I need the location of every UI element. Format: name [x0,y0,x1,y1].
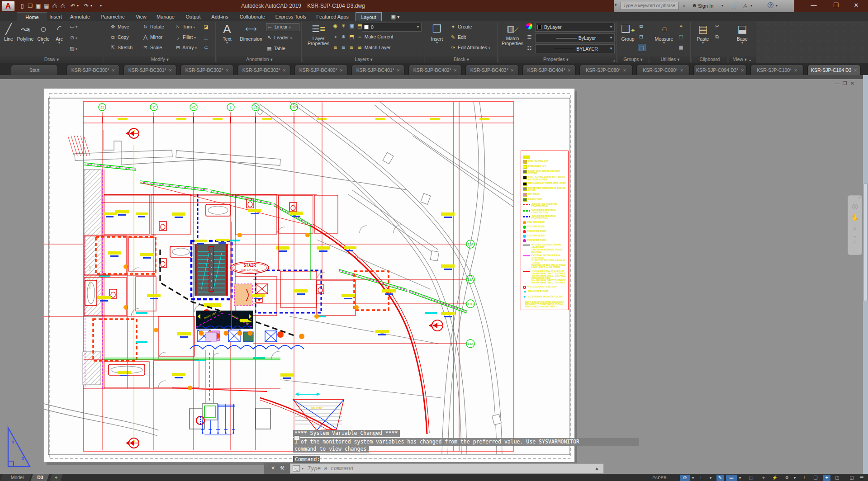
drawing-area[interactable]: J1KK1LL1M11A13A13B14ASTAIRKSR-SJP-CXXXES… [0,75,868,474]
command-dock-handle[interactable]: ⁞⁞ ✕ ⚒ [264,463,290,474]
explode-icon[interactable]: ⬚ [203,34,209,40]
minimize-button[interactable]: — [807,2,821,9]
panel-title-draw[interactable]: Draw ▾ [0,55,103,63]
undo-drop-icon[interactable]: ▾ [76,2,80,9]
status-filter-icon[interactable]: ✦ [823,475,830,481]
leader-icon[interactable]: ↖ [266,34,273,41]
group-button[interactable]: ❑✦Group [619,22,637,42]
sign-in-button[interactable]: Sign In [698,3,713,9]
rectangle-icon[interactable]: ▭ [69,23,76,29]
trim-icon[interactable]: ✁ [175,24,181,30]
lineweight-combo[interactable]: ByLayer▼ [535,33,615,42]
status-workspace-drop-icon[interactable]: ▾ [792,475,797,481]
layer-select-combo[interactable]: 0▼ [362,23,422,32]
model-tab-label[interactable]: Model [8,474,26,481]
status-snap-drop-icon[interactable]: ▾ [691,475,695,481]
dimension-button[interactable]: ⟷Dimension [237,22,265,42]
polyline-button[interactable]: ↝Polyline [15,22,35,42]
ellipse-icon[interactable]: ⊙ [69,34,76,41]
layout-tab-d3-label[interactable]: D3 [34,474,46,481]
file-tab-ksr-sjp-c100[interactable]: KSR-SJP-C100*✕ [750,65,804,75]
ribbon-tab-add-ins[interactable]: Add-ins [207,12,232,21]
status-isodraft-icon[interactable]: ✎ [716,475,724,481]
qat-more-icon[interactable]: ▾ [97,2,105,9]
copy-icon[interactable]: ⧉ [109,34,116,40]
table-icon[interactable]: ▦ [266,45,273,52]
help-icon[interactable]: ? [768,2,773,8]
rotate-icon[interactable]: ↻ [142,24,149,30]
layer-vpfreeze-icon[interactable]: ≋ [340,44,347,51]
quick-select-icon[interactable]: ⌖ [678,23,684,29]
group-edit-icon[interactable]: ⊟ [638,33,645,40]
file-tab-ksr-sjp-bc403[interactable]: KSR-SJP-BC403*✕ [465,65,519,75]
save-icon[interactable]: ▣ [34,2,43,9]
ribbon-tab-layout[interactable]: Layout [356,12,382,21]
layer-properties-button[interactable]: ☰≡Layer Properties [307,22,330,46]
infocenter-search-input[interactable]: Type a keyword or phrase [621,2,678,10]
scale-icon[interactable]: ⊡ [142,44,149,51]
insert-button[interactable]: ❒Insert▾ [427,22,447,44]
circle-button[interactable]: ○Circle▾ [35,22,52,44]
status-polar-drop-icon[interactable]: ▾ [708,475,713,481]
quick-calc-icon[interactable]: ⬚ [678,33,684,40]
make-current-icon[interactable]: ≡ [356,33,363,40]
create-block-icon[interactable]: ✦ [450,24,456,30]
ribbon-tab-manage[interactable]: Manage [153,12,178,21]
status-fullscreen-icon[interactable]: ◱ [848,475,856,481]
close-button[interactable]: ✕ [849,2,863,9]
layer-lock-icon[interactable]: ▣ [348,23,355,29]
status-ortho-icon[interactable]: ∟ [699,475,705,481]
file-tab-ksr-sjp-bc400[interactable]: KSR-SJP-BC400*✕ [294,65,348,75]
paste-button[interactable]: ▤Paste▾ [694,22,712,44]
file-tab-ksr-sjp-bc402[interactable]: KSR-SJP-BC402*✕ [408,65,462,75]
edit-attributes-icon[interactable]: ✑ [450,44,456,51]
ribbon-tab-insert[interactable]: Insert [48,12,63,21]
file-tab-ksr-sjp-bc300[interactable]: KSR-SJP-BC300*✕ [66,65,120,75]
app-store-icon[interactable]: 🛒 [731,2,738,9]
panel-title-utilities[interactable]: Utilities ▾ [650,55,691,63]
status-tracking-icon[interactable]: ⌖ [760,475,767,481]
panel-title-modify[interactable]: Modify ▾ [104,55,216,63]
panel-title-view[interactable]: View ▾ ⌄ [729,55,756,63]
layer-merge-icon[interactable]: ≋ [348,44,355,51]
arc-button[interactable]: ◜Arc▾ [52,22,67,44]
command-expand-icon[interactable]: ▲ [595,466,599,471]
command-wrench-icon[interactable]: ⚒ [280,465,285,471]
layer-walk-icon[interactable]: ≋ [332,44,339,51]
status-osnap-drop-icon[interactable]: ▾ [738,475,742,481]
layer-iso-icon[interactable]: ◑ [332,33,339,40]
panel-title-clipboard[interactable]: Clipboard [692,55,727,63]
copy-clip-icon[interactable]: ⧉ [714,33,721,40]
file-tab-ksr-sjp-c104-d3[interactable]: KSR-SJP-C104 D3✕ [807,65,861,75]
file-tab-ksr-sjp-c080[interactable]: KSR-SJP-C080*✕ [579,65,633,75]
edit-block-icon[interactable]: ✎ [450,34,456,40]
a360-drop-icon[interactable]: ▾ [750,4,752,8]
ribbon-tab-featured-apps[interactable]: Featured Apps [313,12,352,21]
panel-title-annotation[interactable]: Annotation ▾ [217,55,302,63]
file-tab-ksr-sjp-c094-d3[interactable]: KSR-SJP-C094 D3*✕ [693,65,747,75]
layer-freeze-icon[interactable]: ❄ [340,33,347,40]
ribbon-tab-view[interactable]: View [132,12,150,21]
linear-icon[interactable]: ⟝ [266,24,273,30]
linetype-combo[interactable]: BYLAYER▼ [535,44,615,53]
save-as-icon[interactable]: ▤ [43,2,51,9]
ribbon-tab-home[interactable]: Home [17,12,47,21]
autodesk-360-icon[interactable]: ◬ [743,2,747,9]
status-workspace-icon[interactable]: ⚙ [783,475,791,481]
status-units-icon[interactable]: ❏ [811,475,820,481]
fillet-icon[interactable]: ◞ [175,34,181,40]
overkill-icon[interactable]: ⊂ [203,44,209,51]
status-customization-icon[interactable]: ☰ [858,475,866,481]
restore-button[interactable]: ❐ [829,2,843,9]
new-file-icon[interactable]: ▯ [18,2,26,9]
group-select-icon[interactable]: ⬚ [638,44,645,51]
layer-thaw-icon[interactable]: ☀ [340,23,347,29]
ribbon-tab-annotate[interactable]: Annotate [67,12,93,21]
ribbon-tab-parametric[interactable]: Parametric [98,12,128,21]
print-icon[interactable]: ⎙ [59,2,67,9]
erase-icon[interactable]: ◪ [203,24,209,30]
panel-title-block[interactable]: Block ▾ [425,55,498,63]
stretch-icon[interactable]: ⇱ [109,44,116,51]
ribbon-tab-output[interactable]: Output [182,12,204,21]
file-tab-ksr-sjp-bc401[interactable]: KSR-SJP-BC401*✕ [351,65,405,75]
